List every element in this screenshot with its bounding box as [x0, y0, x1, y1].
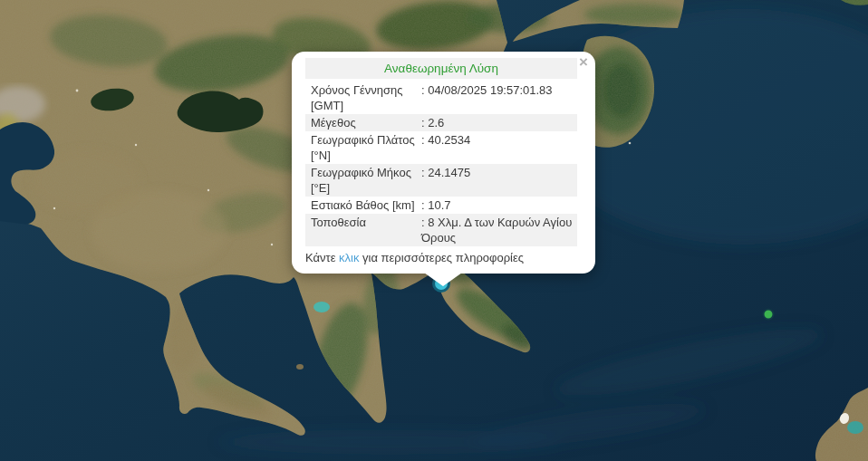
event-marker-green[interactable]	[764, 310, 774, 320]
info-row-label: Χρόνος Γέννησης [GMT]	[305, 82, 416, 113]
popup-tail	[424, 273, 462, 286]
info-row-label: Εστιακό Βάθος [km]	[305, 197, 416, 213]
info-row-value: : 40.2534	[416, 132, 577, 163]
event-popup: × Αναθεωρημένη Λύση Χρόνος Γέννησης [GMT…	[292, 52, 595, 274]
footer-text-prefix: Κάντε	[305, 251, 339, 264]
info-row-value: : 2.6	[416, 115, 577, 130]
info-row-value: : 10.7	[416, 197, 577, 213]
info-row-value: : 04/08/2025 19:57:01.83	[416, 82, 577, 113]
kelyfos-islet	[296, 364, 304, 370]
info-row-label: Μέγεθος	[305, 115, 416, 130]
event-details-table: Χρόνος Γέννησης [GMT]: 04/08/2025 19:57:…	[305, 82, 577, 246]
click-link[interactable]: κλικ	[339, 251, 359, 264]
info-row-label: Γεωγραφικό Μήκος [°E]	[305, 165, 416, 196]
limnos-shallow-bay	[847, 421, 863, 434]
close-icon[interactable]: ×	[579, 54, 588, 70]
info-row-label: Τοποθεσία	[305, 215, 416, 245]
info-row: Χρόνος Γέννησης [GMT]: 04/08/2025 19:57:…	[305, 82, 577, 114]
info-row: Τοποθεσία: 8 Χλμ. Δ των Καρυών Αγίου Όρο…	[305, 214, 577, 246]
popup-footer: Κάντε κλικ για περισσότερες πληροφορίες	[305, 250, 577, 265]
info-row: Γεωγραφικό Μήκος [°E]: 24.1475	[305, 164, 577, 197]
info-row-label: Γεωγραφικό Πλάτος [°N]	[305, 132, 416, 163]
info-row: Μέγεθος: 2.6	[305, 114, 577, 131]
popup-title: Αναθεωρημένη Λύση	[305, 58, 577, 79]
info-row-value: : 8 Χλμ. Δ των Καρυών Αγίου Όρους	[416, 215, 577, 245]
vourvourou-lagoon	[313, 302, 330, 312]
info-row-value: : 24.1475	[416, 165, 577, 196]
info-row: Γεωγραφικό Πλάτος [°N]: 40.2534	[305, 131, 577, 164]
footer-text-suffix: για περισσότερες πληροφορίες	[359, 251, 524, 264]
info-row: Εστιακό Βάθος [km]: 10.7	[305, 197, 577, 214]
